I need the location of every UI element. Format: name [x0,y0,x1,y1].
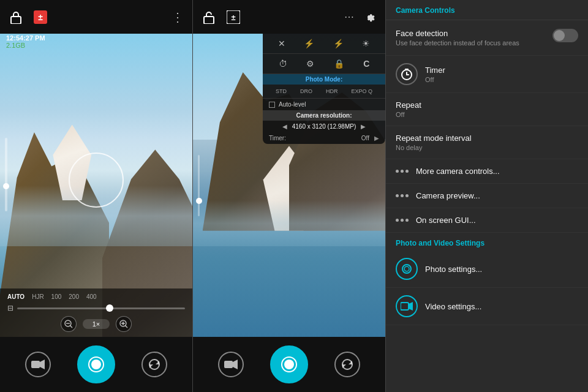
timer-label: Timer: [269,135,356,141]
photo-settings-icon [396,258,418,280]
side-controls [5,70,7,279]
more-icon[interactable]: ⋮ [172,10,185,24]
middle-exposure-icon[interactable]: ± [225,9,242,26]
res-right-arrow[interactable]: ▶ [361,123,366,130]
settings-header: Camera Controls [386,0,588,20]
more-camera-label: More camera controls... [416,167,578,176]
middle-rotate-button[interactable] [334,352,360,377]
photo-mode-title: Photo Mode: [263,74,385,85]
more-camera-controls-row[interactable]: More camera controls... [386,159,588,184]
on-screen-gui-text: On screen GUI... [416,216,578,225]
middle-more-icon[interactable]: ⋯ [344,11,355,23]
repeat-interval-label: Repeat mode interval [396,134,578,143]
timer-arrow[interactable]: ▶ [374,135,379,141]
dropdown-lock-icon[interactable]: 🔒 [334,59,344,69]
mode-std[interactable]: STD [276,88,287,94]
iso-hjr[interactable]: HJR [32,293,43,300]
repeat-interval-text: Repeat mode interval No delay [396,134,578,151]
slider-thumb [3,183,9,189]
iso-100[interactable]: 100 [51,293,62,300]
on-screen-gui-row[interactable]: On screen GUI... [386,208,588,233]
photo-settings-row[interactable]: Photo settings... [386,251,588,288]
dropdown-flash-auto[interactable]: ⚡ [304,39,314,48]
iso-auto[interactable]: AUTO [7,293,24,300]
repeat-interval-row[interactable]: Repeat mode interval No delay [386,126,588,159]
svg-marker-20 [233,360,238,369]
middle-video-button[interactable] [218,352,244,377]
middle-phone-panel: ± ⋯ ✕ ⚡ ⚡ ☀ ⏱ ⚙ 🔒 C P [193,0,386,392]
shutter-button[interactable] [77,345,115,383]
left-phone-panel: ± ⋮ 12:54:27 PM 2.1GB [0,0,193,392]
photo-settings-label: Photo settings... [425,265,578,274]
more-camera-text: More camera controls... [416,167,578,176]
repeat-text: Repeat Off [396,100,578,118]
mode-row: STD DRO HDR EXPO Q [263,85,385,99]
camera-preview-label: Camera preview... [416,191,578,200]
iso-400[interactable]: 400 [86,293,97,300]
video-settings-text: Video settings... [425,302,578,311]
timer-label: Timer [425,66,578,75]
mode-hdr[interactable]: HDR [326,88,338,94]
exposure-icon[interactable]: ± [32,9,49,26]
mode-dro[interactable]: DRO [300,88,312,94]
photo-settings-text: Photo settings... [425,265,578,274]
mode-expo[interactable]: EXPO Q [351,88,372,94]
video-button[interactable] [25,352,51,377]
timer-icon [396,63,418,85]
gear-icon[interactable] [361,9,378,26]
middle-topbar-right: ⋯ [344,9,378,26]
dropdown-flash-fill[interactable]: ☀ [362,39,370,48]
svg-rect-16 [204,17,214,24]
on-screen-gui-label: On screen GUI... [416,216,578,225]
video-settings-row[interactable]: Video settings... [386,288,588,325]
dropdown-row2: ⏱ ⚙ 🔒 C [263,54,385,74]
middle-bottom-bar [193,337,385,392]
dropdown-settings-icon[interactable]: ⚙ [306,59,314,69]
middle-topbar-left: ± [200,9,242,26]
zoom-row: 1× [7,316,185,332]
dropdown-flash-off[interactable]: ✕ [278,39,285,48]
vertical-slider[interactable] [5,138,7,211]
auto-level-row: Auto-level [263,99,385,110]
dropdown-c-icon[interactable]: C [363,59,369,69]
video-settings-label: Video settings... [425,302,578,311]
svg-line-7 [126,326,128,328]
timer-text: Timer Off [425,66,578,83]
timer-row[interactable]: Timer Off [386,56,588,93]
middle-vertical-slider[interactable] [198,155,200,216]
face-detection-row[interactable]: Face detection Use face detection instea… [386,20,588,56]
resolution-row: ◀ 4160 x 3120 (12.98MP) ▶ [263,121,385,132]
settings-dropdown[interactable]: ✕ ⚡ ⚡ ☀ ⏱ ⚙ 🔒 C Photo Mode: STD DRO HDR … [263,34,385,144]
zoom-in-button[interactable] [116,316,132,332]
exp-minus-icon: ⊟ [7,304,13,312]
svg-point-30 [402,265,411,273]
on-screen-dots-icon [396,219,409,222]
res-left-arrow[interactable]: ◀ [282,123,287,130]
lock-unlocked-icon[interactable] [200,9,217,26]
dropdown-timer-icon[interactable]: ⏱ [279,59,287,69]
timer-value: Off [425,76,578,83]
zoom-level: 1× [83,319,110,329]
dropdown-flash-on[interactable]: ⚡ [333,39,344,48]
iso-200[interactable]: 200 [69,293,79,300]
photo-video-settings-title: Photo and Video Settings [386,233,588,251]
face-detection-toggle[interactable] [552,29,578,42]
exposure-thumb [106,304,113,312]
repeat-row[interactable]: Repeat Off [386,93,588,126]
auto-level-checkbox[interactable] [269,102,275,108]
repeat-interval-value: No delay [396,144,578,151]
camera-preview-dots-icon [396,194,409,197]
rotate-camera-button[interactable] [141,352,167,377]
dropdown-icons-row: ✕ ⚡ ⚡ ☀ [263,34,385,54]
exposure-slider[interactable] [17,307,185,309]
zoom-out-button[interactable] [61,316,77,332]
focus-circle[interactable] [69,153,124,208]
middle-side-slider [198,125,200,246]
settings-panel: Camera Controls Face detection Use face … [386,0,588,392]
middle-shutter-button[interactable] [270,345,308,383]
svg-marker-11 [40,360,45,369]
lock-icon[interactable] [7,9,24,26]
camera-preview-row[interactable]: Camera preview... [386,184,588,208]
exposure-controls: AUTO HJR 100 200 400 ⊟ 1× [0,288,192,337]
left-topbar-right-icons: ⋮ [172,10,185,24]
